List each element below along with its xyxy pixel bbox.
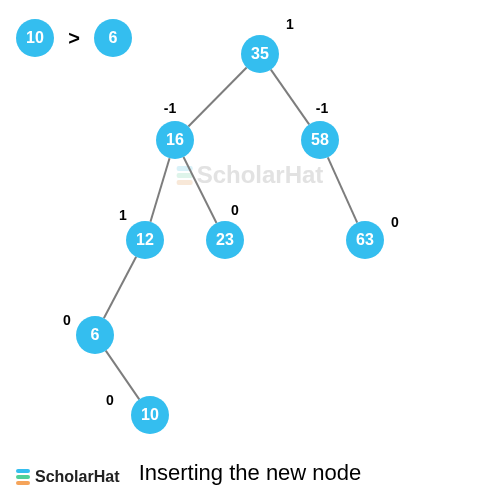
- edge: [188, 68, 246, 127]
- tree-node: 63: [346, 221, 384, 259]
- balance-factor: 1: [119, 207, 127, 223]
- tree-node: 35: [241, 35, 279, 73]
- cmp-op: >: [68, 27, 80, 50]
- tree-node: 10: [131, 396, 169, 434]
- brand-text: ScholarHat: [35, 468, 119, 486]
- balance-factor: 0: [63, 312, 71, 328]
- balance-factor: 0: [231, 202, 239, 218]
- tree-node: 12: [126, 221, 164, 259]
- tree-node: 23: [206, 221, 244, 259]
- tree-node: 6: [76, 316, 114, 354]
- balance-factor: 0: [106, 392, 114, 408]
- balance-factor: -1: [316, 100, 328, 116]
- edge: [271, 70, 309, 125]
- edges-layer: [0, 0, 500, 500]
- avl-tree-diagram: ScholarHat 10 > 6 35116-158-112123063060…: [0, 0, 500, 500]
- cmp-left-value: 10: [26, 29, 44, 47]
- cmp-right-node: 6: [94, 19, 132, 57]
- balance-factor: -1: [164, 100, 176, 116]
- balance-factor: 0: [391, 214, 399, 230]
- edge: [104, 257, 136, 318]
- cmp-left-node: 10: [16, 19, 54, 57]
- edge: [150, 158, 169, 222]
- tree-node: 58: [301, 121, 339, 159]
- brand: ScholarHat: [16, 468, 119, 486]
- edge: [183, 157, 216, 223]
- cmp-right-value: 6: [109, 29, 118, 47]
- edge: [328, 157, 357, 222]
- brand-icon: [16, 469, 30, 485]
- tree-node: 16: [156, 121, 194, 159]
- balance-factor: 1: [286, 16, 294, 32]
